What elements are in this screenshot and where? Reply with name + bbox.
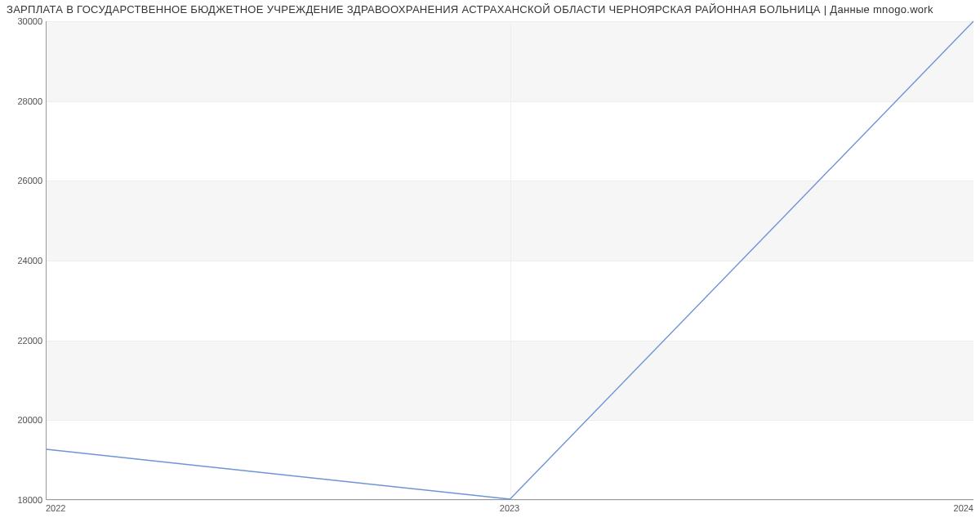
- gridline-h: [47, 500, 973, 501]
- x-tick-label: 2023: [500, 503, 519, 513]
- y-tick-label: 18000: [5, 495, 42, 505]
- x-tick-label: 2024: [954, 503, 973, 513]
- plot-area: [46, 21, 973, 500]
- y-tick-label: 26000: [5, 176, 42, 185]
- chart-container: ЗАРПЛАТА В ГОСУДАРСТВЕННОЕ БЮДЖЕТНОЕ УЧР…: [0, 0, 980, 531]
- line-layer: [47, 21, 973, 499]
- y-tick-label: 30000: [5, 16, 42, 26]
- y-tick-label: 28000: [5, 96, 42, 106]
- x-tick-label: 2022: [46, 503, 65, 513]
- chart-title: ЗАРПЛАТА В ГОСУДАРСТВЕННОЕ БЮДЖЕТНОЕ УЧР…: [7, 3, 980, 16]
- y-tick-label: 20000: [5, 415, 42, 425]
- y-tick-label: 22000: [5, 336, 42, 346]
- y-tick-label: 24000: [5, 256, 42, 266]
- series-line: [47, 21, 973, 499]
